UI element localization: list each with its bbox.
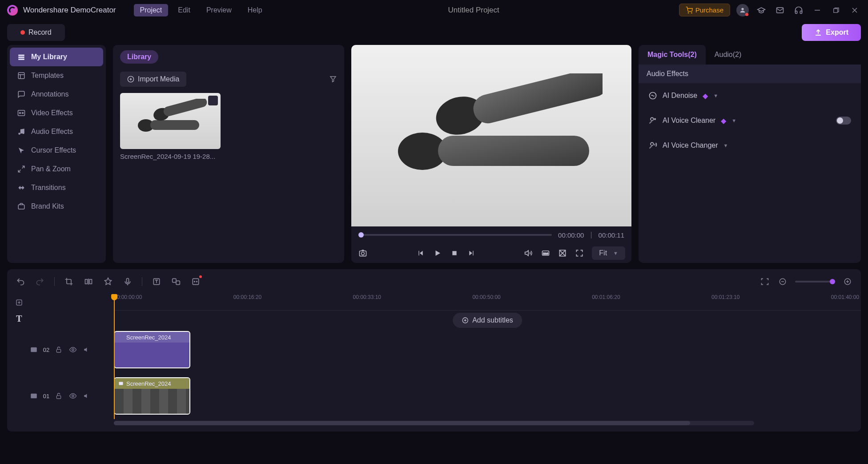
chevron-down-icon: ▼ [723,143,728,148]
scrubber-handle[interactable] [358,232,364,238]
zoom-fit-select[interactable]: Fit ▼ [592,246,625,260]
titlebar: Wondershare DemoCreator Project Edit Pre… [0,0,868,20]
account-icon[interactable] [736,4,749,16]
zoom-in-button[interactable] [842,276,853,287]
add-track-button[interactable] [14,298,24,307]
subtitle-track[interactable]: Add subtitles [114,311,861,327]
svg-rect-43 [176,281,180,284]
grid-button[interactable] [557,248,568,258]
sidebar: My Library Templates Annotations Video E… [7,45,106,263]
timeline-tracks[interactable]: 00:00:00:00 00:00:16:20 00:00:33:10 00:0… [114,294,861,419]
timeline-scrollbar[interactable] [114,421,754,425]
prev-frame-button[interactable] [415,248,426,258]
stop-button[interactable] [449,248,460,258]
ruler-tick: 00:00:33:10 [353,294,381,301]
sidebar-item-audio-effects[interactable]: Audio Effects [10,122,103,141]
mute-button[interactable] [82,391,92,401]
track-type-icon [29,345,39,355]
track-02[interactable]: ScreenRec_2024 [114,327,861,373]
subbar: Record Export [0,20,868,45]
maximize-icon[interactable] [830,4,842,16]
voiceover-button[interactable] [122,276,133,287]
filter-button[interactable] [329,75,337,83]
timeline-clip[interactable]: ScreenRec_2024 [114,377,190,415]
visibility-button[interactable] [68,391,78,401]
lock-button[interactable] [54,345,64,355]
undo-button[interactable] [15,276,26,287]
svg-point-35 [651,117,654,121]
tab-magic-tools[interactable]: Magic Tools(2) [639,45,706,65]
headset-icon[interactable] [792,4,805,16]
add-subtitles-button[interactable]: Add subtitles [453,313,522,328]
crop-button[interactable] [64,276,74,287]
sidebar-item-brand-kits[interactable]: Brand Kits [10,197,103,216]
preview-viewport[interactable] [351,45,631,226]
minimize-icon[interactable] [811,4,824,16]
aspect-ratio-button[interactable]: 16:9 [540,248,551,258]
sidebar-item-cursor-effects[interactable]: Cursor Effects [10,141,103,160]
sidebar-item-transitions[interactable]: Transitions [10,178,103,197]
sidebar-item-annotations[interactable]: Annotations [10,85,103,104]
timeline-ruler[interactable]: 00:00:00:00 00:00:16:20 00:00:33:10 00:0… [114,294,861,311]
lock-button[interactable] [54,391,64,401]
import-media-button[interactable]: Import Media [120,72,186,87]
annotations-icon [17,90,26,99]
translate-button[interactable] [171,276,181,287]
mail-icon[interactable] [774,4,786,16]
props-section-header: Audio Effects [639,65,861,83]
sidebar-item-my-library[interactable]: My Library [10,48,103,66]
close-icon[interactable] [848,4,861,16]
purchase-button[interactable]: Purchase [679,4,730,16]
fit-width-button[interactable] [760,276,770,287]
scrubber[interactable] [358,234,552,236]
track-01[interactable]: ScreenRec_2024 [114,373,861,419]
sidebar-item-label: My Library [31,53,67,61]
prop-ai-voice-changer[interactable]: AI Voice Changer ▼ [639,133,861,158]
svg-rect-30 [452,251,456,255]
tab-audio[interactable]: Audio(2) [706,45,750,65]
menu-edit[interactable]: Edit [172,4,197,16]
fullscreen-button[interactable] [574,248,585,258]
main-area: My Library Templates Annotations Video E… [0,45,868,263]
text-button[interactable] [151,276,162,287]
prop-ai-denoise[interactable]: AI Denoise ◆ ▼ [639,83,861,108]
marker-button[interactable] [103,276,113,287]
menu-project[interactable]: Project [134,4,169,16]
svg-rect-40 [127,278,129,283]
media-clip[interactable]: ScreenRec_2024-09-19 19-28... [120,93,221,160]
sidebar-item-templates[interactable]: Templates [10,66,103,85]
visibility-button[interactable] [68,345,78,355]
menu-preview[interactable]: Preview [200,4,238,16]
volume-button[interactable] [523,248,534,258]
mute-button[interactable] [82,345,92,355]
playhead[interactable] [114,294,115,419]
redo-button[interactable] [35,276,45,287]
prop-ai-voice-cleaner[interactable]: AI Voice Cleaner ◆ ▼ [639,108,861,133]
ai-button[interactable] [190,276,201,287]
prop-label: AI Voice Cleaner [663,117,715,125]
graduation-icon[interactable] [755,4,768,16]
plus-circle-icon [127,76,134,83]
svg-point-60 [72,395,74,397]
chevron-down-icon: ▼ [731,118,736,123]
sidebar-item-label: Cursor Effects [31,146,76,154]
play-button[interactable] [432,248,443,258]
premium-diamond-icon: ◆ [703,92,708,100]
next-frame-button[interactable] [466,248,477,258]
svg-point-13 [22,113,24,114]
split-button[interactable] [83,276,94,287]
svg-point-36 [651,142,654,145]
record-button[interactable]: Record [7,24,65,41]
library-panel: Library Import Media ScreenRec_2024 [113,45,344,263]
timeline-clip[interactable]: ScreenRec_2024 [114,331,190,368]
zoom-slider[interactable] [795,281,835,282]
library-icon [17,52,26,61]
sidebar-item-video-effects[interactable]: Video Effects [10,104,103,122]
voice-cleaner-toggle[interactable] [836,117,851,125]
add-subtitles-label: Add subtitles [472,316,513,324]
menu-help[interactable]: Help [241,4,269,16]
snapshot-button[interactable] [358,248,368,258]
zoom-out-button[interactable] [777,276,788,287]
export-button[interactable]: Export [802,24,861,41]
sidebar-item-pan-zoom[interactable]: Pan & Zoom [10,160,103,178]
